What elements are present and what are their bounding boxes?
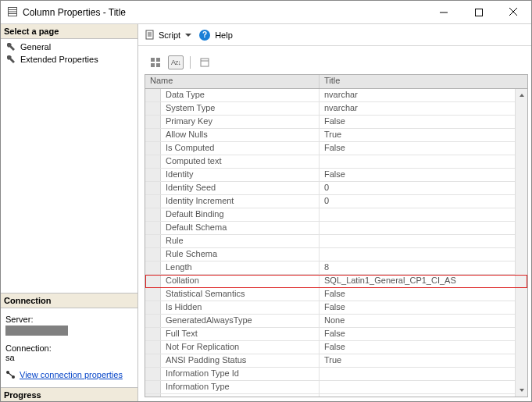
row-gutter xyxy=(145,129,161,141)
property-row[interactable]: Default Schema xyxy=(145,222,527,235)
property-value[interactable]: 0 xyxy=(320,195,527,208)
script-button[interactable]: Script xyxy=(145,30,191,41)
property-row[interactable]: Rule Schema xyxy=(145,248,527,261)
property-name: Identity Increment xyxy=(161,195,320,208)
row-gutter xyxy=(145,261,161,274)
property-row[interactable]: IdentityFalse xyxy=(145,169,527,182)
property-name: Not For Replication xyxy=(161,341,320,354)
property-row[interactable]: Primary KeyFalse xyxy=(145,116,527,129)
property-row[interactable]: Information Type xyxy=(145,381,527,394)
property-pages-button[interactable] xyxy=(197,55,212,69)
property-name: Is Computed xyxy=(161,142,320,155)
property-value[interactable]: False xyxy=(320,341,527,354)
property-row[interactable]: Numeric Precision0 xyxy=(145,394,527,397)
property-value[interactable]: nvarchar xyxy=(320,102,527,115)
minimize-button[interactable] xyxy=(426,1,461,23)
property-value[interactable] xyxy=(320,208,527,221)
svg-marker-21 xyxy=(520,94,524,97)
property-value[interactable]: False xyxy=(320,301,527,314)
header-value[interactable]: Title xyxy=(320,75,527,88)
content-area: AZ↓ Name Title Data TypenvarcharSystem T… xyxy=(138,46,531,402)
property-value[interactable] xyxy=(320,368,527,380)
page-list: General Extended Properties xyxy=(1,39,137,293)
scroll-down-button[interactable] xyxy=(516,384,528,397)
property-row[interactable]: Default Binding xyxy=(145,208,527,222)
view-connection-properties-link[interactable]: View connection properties xyxy=(20,370,123,379)
app-icon xyxy=(7,6,18,19)
row-gutter xyxy=(145,328,161,340)
property-value[interactable] xyxy=(320,235,527,247)
property-value[interactable]: False xyxy=(320,288,527,301)
property-value[interactable]: False xyxy=(320,116,527,128)
categorized-view-button[interactable] xyxy=(148,55,163,69)
property-grid: Name Title Data TypenvarcharSystem Typen… xyxy=(145,74,528,397)
property-row[interactable]: Rule xyxy=(145,235,527,248)
property-value[interactable]: True xyxy=(320,129,527,141)
property-value[interactable] xyxy=(320,155,527,168)
scroll-up-button[interactable] xyxy=(516,89,528,101)
property-row[interactable]: Length8 xyxy=(145,261,527,275)
property-value[interactable]: True xyxy=(320,354,527,367)
sidebar-item-general[interactable]: General xyxy=(2,41,136,53)
window-buttons xyxy=(426,1,531,23)
property-value[interactable]: 0 xyxy=(320,182,527,194)
property-name: Allow Nulls xyxy=(161,129,320,141)
sidebar-item-extended-properties[interactable]: Extended Properties xyxy=(2,53,136,66)
property-value[interactable]: nvarchar xyxy=(320,89,527,101)
header-name[interactable]: Name xyxy=(145,75,320,88)
svg-rect-5 xyxy=(475,9,482,16)
row-gutter xyxy=(145,102,161,115)
row-gutter xyxy=(145,341,161,354)
property-value[interactable]: 0 xyxy=(320,394,527,397)
property-value[interactable]: False xyxy=(320,169,527,181)
row-gutter xyxy=(145,169,161,181)
property-name: Collation xyxy=(161,275,320,287)
row-gutter xyxy=(145,368,161,380)
help-button[interactable]: ? Help xyxy=(199,30,233,41)
vertical-scrollbar[interactable] xyxy=(515,89,527,397)
property-row[interactable]: Information Type Id xyxy=(145,368,527,381)
property-row[interactable]: Identity Increment0 xyxy=(145,195,527,208)
row-gutter xyxy=(145,235,161,247)
property-name: Computed text xyxy=(161,155,320,168)
connection-value: sa xyxy=(5,353,133,362)
row-gutter xyxy=(145,301,161,314)
row-gutter xyxy=(145,195,161,208)
maximize-button[interactable] xyxy=(461,1,496,23)
property-name: Length xyxy=(161,261,320,274)
property-row[interactable]: Is HiddenFalse xyxy=(145,301,527,315)
property-row[interactable]: Statistical SemanticsFalse xyxy=(145,288,527,301)
property-value[interactable]: False xyxy=(320,328,527,340)
property-row[interactable]: ANSI Padding StatusTrue xyxy=(145,354,527,368)
connection-section: Connection Server: Connection: sa View c… xyxy=(1,293,137,387)
close-button[interactable] xyxy=(496,1,531,23)
property-name: GeneratedAlwaysType xyxy=(161,315,320,327)
property-row[interactable]: Computed text xyxy=(145,155,527,169)
property-name: System Type xyxy=(161,102,320,115)
property-value[interactable] xyxy=(320,248,527,261)
row-gutter xyxy=(145,208,161,221)
svg-rect-19 xyxy=(201,59,209,66)
property-value[interactable]: 8 xyxy=(320,261,527,274)
property-row[interactable]: Data Typenvarchar xyxy=(145,89,527,102)
script-icon xyxy=(145,30,155,41)
property-value[interactable]: SQL_Latin1_General_CP1_CI_AS xyxy=(320,275,527,287)
property-row[interactable]: Not For ReplicationFalse xyxy=(145,341,527,354)
property-value[interactable] xyxy=(320,222,527,234)
connection-label: Connection: xyxy=(5,343,133,353)
property-value[interactable] xyxy=(320,381,527,393)
property-value[interactable]: False xyxy=(320,142,527,155)
property-row[interactable]: Is ComputedFalse xyxy=(145,142,527,155)
alphabetical-view-button[interactable]: AZ↓ xyxy=(168,55,184,69)
svg-marker-22 xyxy=(520,389,524,392)
window-title: Column Properties - Title xyxy=(23,7,426,18)
property-row[interactable]: Full TextFalse xyxy=(145,328,527,341)
row-gutter xyxy=(145,354,161,367)
row-gutter xyxy=(145,182,161,194)
property-row[interactable]: Identity Seed0 xyxy=(145,182,527,195)
property-row[interactable]: CollationSQL_Latin1_General_CP1_CI_AS xyxy=(145,275,527,288)
property-row[interactable]: System Typenvarchar xyxy=(145,102,527,116)
property-row[interactable]: GeneratedAlwaysTypeNone xyxy=(145,315,527,328)
property-value[interactable]: None xyxy=(320,315,527,327)
property-row[interactable]: Allow NullsTrue xyxy=(145,129,527,142)
